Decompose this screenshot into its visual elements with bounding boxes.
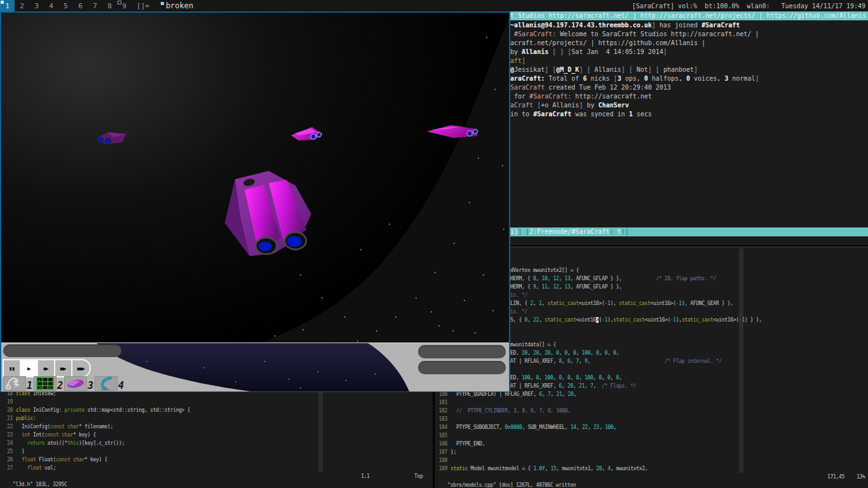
code-line: 24 return atoi((*this)[key].c_str()); bbox=[1, 439, 125, 447]
tag-list: 123456789 bbox=[0, 0, 132, 11]
window-title: broken bbox=[154, 0, 193, 11]
tag-label: 9 bbox=[122, 2, 126, 10]
code-line: dVertex mwunitvtx2[] = { bbox=[510, 266, 579, 274]
speed-2x-button[interactable]: ▶▶ bbox=[38, 360, 55, 376]
line-number: 21 bbox=[1, 414, 16, 423]
tag-label: 4 bbox=[49, 2, 53, 10]
tag-label: 6 bbox=[78, 2, 83, 10]
line-number: 186 bbox=[436, 440, 451, 448]
code-line: is. */ bbox=[510, 291, 527, 299]
tag-6[interactable]: 6 bbox=[73, 0, 88, 11]
speed-4x-button[interactable]: ▶▶▶▶ bbox=[72, 360, 90, 376]
tag-label: 8 bbox=[107, 2, 112, 10]
game-window[interactable]: ▮▮▶▶▶▶▶▶▶▶▶▶ 1234 bbox=[0, 11, 510, 392]
line-number: 187 bbox=[436, 448, 451, 456]
line-number: 19 bbox=[1, 398, 16, 406]
ruler-position: 1,1 bbox=[361, 472, 370, 480]
line-number: 20 bbox=[1, 406, 16, 414]
view-button-digit: 1 bbox=[27, 381, 32, 391]
line-number: 182 bbox=[436, 407, 451, 415]
dwm-status-bar: 123456789 []= broken [SaraCraft] vol:% b… bbox=[0, 0, 868, 11]
topic-text: t Studios http://saracraft.net/ | http:/… bbox=[510, 11, 866, 20]
floating-indicator-icon bbox=[161, 2, 164, 5]
code-line: S, { 0, 22, static_cast<uint16>(-1),stat… bbox=[510, 316, 762, 324]
tag-indicator-icon bbox=[1, 1, 4, 4]
code-line: ED, 100, 0, 100, 0, 0, 0, 100, 0, 0, 0, bbox=[510, 374, 622, 382]
time-controls: ▮▮▶▶▶▶▶▶▶▶▶▶ bbox=[3, 359, 91, 377]
code-line: 185 bbox=[436, 431, 451, 440]
chat-line: aft] bbox=[510, 57, 526, 65]
chat-line: @Jessikat] [@M_D_K] [ Allanis] [ Not] [ … bbox=[510, 65, 698, 74]
ship-icon bbox=[64, 376, 87, 391]
irc-input-line[interactable] bbox=[510, 236, 866, 245]
speed-4x-icon: ▶▶▶▶ bbox=[78, 365, 85, 372]
statusbar-text: i)] [2:Freenode/#SaraCraft(+t)] bbox=[510, 227, 629, 236]
comms-icon bbox=[95, 376, 118, 391]
tag-2[interactable]: 2 bbox=[15, 0, 29, 11]
view-button-1[interactable]: 1 bbox=[3, 376, 32, 391]
code-line: 26 float Float(const char* key) { bbox=[1, 456, 107, 464]
line-number: 185 bbox=[436, 431, 451, 440]
line-number: 22 bbox=[1, 423, 16, 431]
code-line: HERM, { 9, 11, 12, 13, AFUNC_GFLAP } }, bbox=[510, 283, 621, 291]
line-number: 188 bbox=[436, 456, 451, 464]
message-display bbox=[3, 344, 121, 357]
code-line: 25 } bbox=[1, 447, 25, 456]
ruler-scroll: 13% bbox=[857, 473, 865, 481]
code-line: LIN, { 2, 1, static_cast<uint16>(-1), st… bbox=[510, 299, 733, 308]
pause-icon: ▮▮ bbox=[9, 365, 15, 372]
code-line: 21public: bbox=[1, 414, 36, 423]
line-number: 183 bbox=[436, 415, 451, 423]
code-line: 19 bbox=[1, 398, 16, 406]
tag-4[interactable]: 4 bbox=[44, 0, 58, 11]
chat-line: #SaraCraft: Welcome to SaraCraft Studios… bbox=[510, 30, 759, 39]
play-button[interactable]: ▶ bbox=[21, 360, 38, 376]
display-slot-2 bbox=[418, 361, 506, 374]
tag-label: 1 bbox=[5, 2, 10, 10]
view-button-4[interactable]: 4 bbox=[95, 376, 124, 391]
code-line: 186 PTYPE_END, bbox=[436, 440, 485, 448]
tag-8[interactable]: 8 bbox=[102, 0, 117, 11]
tag-3[interactable]: 3 bbox=[29, 0, 44, 11]
speed-3x-button[interactable]: ▶▶▶ bbox=[55, 360, 72, 376]
line-number: 23 bbox=[1, 431, 16, 439]
command-line: "l3d.h" 103L, 3295C bbox=[1, 472, 67, 480]
line-number: 24 bbox=[1, 439, 16, 447]
tag-label: 2 bbox=[20, 2, 24, 10]
code-line: 27 float val; bbox=[1, 464, 56, 472]
code-line: 181 bbox=[436, 398, 451, 407]
chat-line: SaraCraft created Tue Feb 12 20:29:40 20… bbox=[510, 83, 671, 92]
tag-1[interactable]: 1 bbox=[0, 0, 15, 11]
colorcolumn bbox=[739, 248, 743, 473]
ruler-position: 171,45 bbox=[827, 473, 844, 481]
code-line: AT | RFLAG_XREF, 8, 6, 7, 9, /* Flap int… bbox=[510, 357, 722, 365]
pause-button[interactable]: ▮▮ bbox=[4, 360, 21, 376]
layout-indicator[interactable]: []= bbox=[132, 0, 154, 11]
view-button-digit: 3 bbox=[88, 381, 93, 391]
code-line: 20class IniConfig: private std::map<std:… bbox=[1, 406, 190, 414]
code-line: 187}; bbox=[436, 448, 456, 456]
display-slot-1 bbox=[418, 345, 506, 358]
ruler-scroll: Top bbox=[414, 472, 423, 480]
view-button-2[interactable]: 2 bbox=[34, 376, 63, 391]
line-number: 25 bbox=[1, 447, 16, 456]
code-line: ED, 20, 20, 20, 0, 0, 0, 100, 0, 0, 0, bbox=[510, 349, 619, 357]
tag-9[interactable]: 9 bbox=[117, 0, 132, 11]
code-line: 183 bbox=[436, 415, 451, 423]
view-button-digit: 4 bbox=[118, 381, 124, 391]
space-viewport bbox=[1, 13, 509, 342]
tag-7[interactable]: 7 bbox=[88, 0, 102, 11]
code-line: HERM, { 8, 10, 12, 13, AFUNC_GFLAP } }, … bbox=[510, 274, 716, 283]
code-line: 182 // PTYPE_CYLINDER, 3, 8, 6, 7, 0, 10… bbox=[436, 407, 571, 415]
line-number: 189 bbox=[436, 464, 451, 473]
view-button-3[interactable]: 3 bbox=[64, 376, 93, 391]
equipment-grid-icon bbox=[34, 376, 57, 391]
speed-2x-icon: ▶▶ bbox=[44, 365, 48, 372]
chat-line: araCraft: Total of 6 nicks [3 ops, 0 hal… bbox=[510, 74, 759, 83]
tag-5[interactable]: 5 bbox=[58, 0, 73, 11]
chat-line: acraft.net/projects/ | https://github.co… bbox=[510, 39, 705, 48]
tag-label: 5 bbox=[64, 2, 68, 10]
command-line: "sbre/models.cpp" [dos] 1267L, 48786C wr… bbox=[436, 473, 576, 481]
claw-icon bbox=[3, 376, 26, 391]
code-line: mwunitdata[] = { bbox=[510, 341, 556, 349]
